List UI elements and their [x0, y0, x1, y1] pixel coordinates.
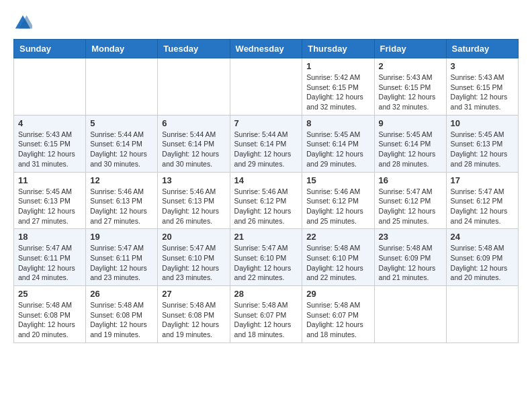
day-number: 19	[90, 232, 153, 242]
day-info: Sunrise: 5:43 AM Sunset: 6:15 PM Dayligh…	[18, 130, 81, 169]
day-number: 18	[18, 232, 81, 242]
day-info: Sunrise: 5:48 AM Sunset: 6:09 PM Dayligh…	[451, 243, 514, 283]
day-number: 10	[451, 118, 514, 128]
calendar-cell: 11Sunrise: 5:45 AM Sunset: 6:13 PM Dayli…	[14, 172, 86, 229]
day-header-thursday: Thursday	[302, 40, 374, 58]
day-number: 6	[162, 118, 225, 128]
calendar-cell: 29Sunrise: 5:48 AM Sunset: 6:07 PM Dayli…	[302, 286, 374, 343]
day-number: 25	[18, 289, 81, 299]
day-number: 16	[379, 175, 442, 185]
day-number: 21	[234, 232, 298, 242]
day-number: 28	[234, 289, 298, 299]
day-info: Sunrise: 5:47 AM Sunset: 6:10 PM Dayligh…	[234, 243, 298, 283]
day-number: 17	[451, 175, 514, 185]
day-number: 22	[306, 232, 369, 242]
day-info: Sunrise: 5:47 AM Sunset: 6:11 PM Dayligh…	[90, 243, 153, 283]
day-info: Sunrise: 5:45 AM Sunset: 6:13 PM Dayligh…	[18, 187, 81, 226]
day-number: 26	[90, 289, 153, 299]
day-header-wednesday: Wednesday	[230, 40, 302, 58]
day-number: 1	[306, 61, 369, 71]
calendar-cell: 9Sunrise: 5:45 AM Sunset: 6:14 PM Daylig…	[374, 115, 446, 172]
day-info: Sunrise: 5:47 AM Sunset: 6:12 PM Dayligh…	[451, 187, 514, 226]
day-header-monday: Monday	[86, 40, 158, 58]
day-number: 2	[379, 61, 442, 71]
calendar-cell	[374, 286, 446, 343]
day-info: Sunrise: 5:47 AM Sunset: 6:11 PM Dayligh…	[18, 243, 81, 283]
calendar-cell: 26Sunrise: 5:48 AM Sunset: 6:08 PM Dayli…	[86, 286, 158, 343]
calendar-cell	[86, 58, 158, 116]
day-info: Sunrise: 5:46 AM Sunset: 6:13 PM Dayligh…	[90, 187, 153, 226]
day-info: Sunrise: 5:48 AM Sunset: 6:07 PM Dayligh…	[234, 300, 298, 340]
day-number: 7	[234, 118, 298, 128]
day-info: Sunrise: 5:45 AM Sunset: 6:14 PM Dayligh…	[306, 130, 369, 169]
calendar-week-row: 25Sunrise: 5:48 AM Sunset: 6:08 PM Dayli…	[14, 286, 519, 343]
day-info: Sunrise: 5:46 AM Sunset: 6:12 PM Dayligh…	[306, 187, 369, 226]
calendar-week-row: 11Sunrise: 5:45 AM Sunset: 6:13 PM Dayli…	[14, 172, 519, 229]
logo-icon	[13, 13, 32, 32]
day-number: 23	[379, 232, 442, 242]
day-header-friday: Friday	[374, 40, 446, 58]
day-info: Sunrise: 5:47 AM Sunset: 6:10 PM Dayligh…	[162, 243, 225, 283]
day-info: Sunrise: 5:42 AM Sunset: 6:15 PM Dayligh…	[306, 73, 369, 112]
day-info: Sunrise: 5:48 AM Sunset: 6:09 PM Dayligh…	[379, 243, 442, 283]
calendar-cell: 27Sunrise: 5:48 AM Sunset: 6:08 PM Dayli…	[158, 286, 230, 343]
day-number: 12	[90, 175, 153, 185]
day-info: Sunrise: 5:48 AM Sunset: 6:08 PM Dayligh…	[18, 300, 81, 340]
calendar-cell: 18Sunrise: 5:47 AM Sunset: 6:11 PM Dayli…	[14, 229, 86, 286]
calendar-cell: 13Sunrise: 5:46 AM Sunset: 6:13 PM Dayli…	[158, 172, 230, 229]
day-info: Sunrise: 5:46 AM Sunset: 6:13 PM Dayligh…	[162, 187, 225, 226]
calendar-cell: 4Sunrise: 5:43 AM Sunset: 6:15 PM Daylig…	[14, 115, 86, 172]
calendar-cell	[158, 58, 230, 116]
day-info: Sunrise: 5:48 AM Sunset: 6:08 PM Dayligh…	[90, 300, 153, 340]
day-number: 20	[162, 232, 225, 242]
day-number: 3	[451, 61, 514, 71]
day-number: 11	[18, 175, 81, 185]
day-number: 27	[162, 289, 225, 299]
calendar-cell: 8Sunrise: 5:45 AM Sunset: 6:14 PM Daylig…	[302, 115, 374, 172]
day-info: Sunrise: 5:43 AM Sunset: 6:15 PM Dayligh…	[451, 73, 514, 112]
day-number: 8	[306, 118, 369, 128]
day-info: Sunrise: 5:44 AM Sunset: 6:14 PM Dayligh…	[234, 130, 298, 169]
logo	[13, 13, 35, 32]
calendar-week-row: 18Sunrise: 5:47 AM Sunset: 6:11 PM Dayli…	[14, 229, 519, 286]
calendar-cell: 6Sunrise: 5:44 AM Sunset: 6:14 PM Daylig…	[158, 115, 230, 172]
calendar-cell: 24Sunrise: 5:48 AM Sunset: 6:09 PM Dayli…	[446, 229, 518, 286]
day-info: Sunrise: 5:48 AM Sunset: 6:08 PM Dayligh…	[162, 300, 225, 340]
calendar-cell: 1Sunrise: 5:42 AM Sunset: 6:15 PM Daylig…	[302, 58, 374, 116]
calendar-cell: 20Sunrise: 5:47 AM Sunset: 6:10 PM Dayli…	[158, 229, 230, 286]
day-info: Sunrise: 5:44 AM Sunset: 6:14 PM Dayligh…	[162, 130, 225, 169]
calendar-cell: 28Sunrise: 5:48 AM Sunset: 6:07 PM Dayli…	[230, 286, 302, 343]
calendar-cell: 21Sunrise: 5:47 AM Sunset: 6:10 PM Dayli…	[230, 229, 302, 286]
day-info: Sunrise: 5:45 AM Sunset: 6:14 PM Dayligh…	[379, 130, 442, 169]
day-number: 13	[162, 175, 225, 185]
header	[13, 13, 519, 32]
day-info: Sunrise: 5:44 AM Sunset: 6:14 PM Dayligh…	[90, 130, 153, 169]
calendar-cell: 12Sunrise: 5:46 AM Sunset: 6:13 PM Dayli…	[86, 172, 158, 229]
day-number: 15	[306, 175, 369, 185]
calendar-cell: 3Sunrise: 5:43 AM Sunset: 6:15 PM Daylig…	[446, 58, 518, 116]
day-info: Sunrise: 5:45 AM Sunset: 6:13 PM Dayligh…	[451, 130, 514, 169]
day-number: 24	[451, 232, 514, 242]
day-number: 29	[306, 289, 369, 299]
day-info: Sunrise: 5:46 AM Sunset: 6:12 PM Dayligh…	[234, 187, 298, 226]
day-info: Sunrise: 5:43 AM Sunset: 6:15 PM Dayligh…	[379, 73, 442, 112]
day-number: 14	[234, 175, 298, 185]
calendar-cell	[230, 58, 302, 116]
day-info: Sunrise: 5:48 AM Sunset: 6:10 PM Dayligh…	[306, 243, 369, 283]
day-number: 5	[90, 118, 153, 128]
day-info: Sunrise: 5:48 AM Sunset: 6:07 PM Dayligh…	[306, 300, 369, 340]
day-info: Sunrise: 5:47 AM Sunset: 6:12 PM Dayligh…	[379, 187, 442, 226]
day-number: 9	[379, 118, 442, 128]
calendar-cell: 19Sunrise: 5:47 AM Sunset: 6:11 PM Dayli…	[86, 229, 158, 286]
calendar-cell: 16Sunrise: 5:47 AM Sunset: 6:12 PM Dayli…	[374, 172, 446, 229]
day-number: 4	[18, 118, 81, 128]
calendar-cell: 15Sunrise: 5:46 AM Sunset: 6:12 PM Dayli…	[302, 172, 374, 229]
day-header-saturday: Saturday	[446, 40, 518, 58]
calendar-cell: 14Sunrise: 5:46 AM Sunset: 6:12 PM Dayli…	[230, 172, 302, 229]
day-header-sunday: Sunday	[14, 40, 86, 58]
calendar-cell	[446, 286, 518, 343]
calendar-cell: 5Sunrise: 5:44 AM Sunset: 6:14 PM Daylig…	[86, 115, 158, 172]
day-header-tuesday: Tuesday	[158, 40, 230, 58]
calendar-cell: 22Sunrise: 5:48 AM Sunset: 6:10 PM Dayli…	[302, 229, 374, 286]
calendar-cell: 10Sunrise: 5:45 AM Sunset: 6:13 PM Dayli…	[446, 115, 518, 172]
